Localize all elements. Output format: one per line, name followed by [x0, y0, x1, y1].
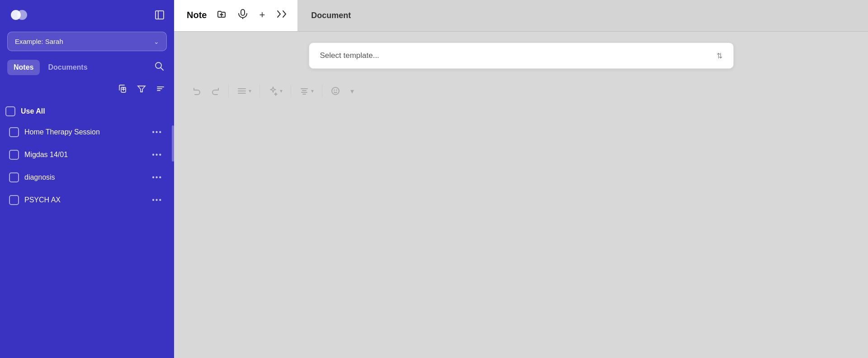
more-tools-chevron-icon: ▾	[350, 87, 354, 95]
undo-button[interactable]	[189, 84, 205, 98]
tab-notes[interactable]: Notes	[7, 60, 40, 75]
document-tab-label: Document	[311, 11, 351, 20]
note-checkbox-1[interactable]	[9, 127, 19, 137]
note-more-button-4[interactable]: •••	[149, 195, 165, 205]
svg-point-1	[17, 10, 27, 20]
search-button[interactable]	[151, 58, 167, 76]
notes-toolbar	[0, 80, 174, 102]
note-checkbox-4[interactable]	[9, 195, 19, 205]
tab-document[interactable]: Document	[297, 0, 364, 31]
list-chevron-icon: ▾	[249, 88, 251, 94]
svg-rect-2	[156, 11, 164, 19]
scrollbar	[172, 121, 174, 358]
use-all-checkbox[interactable]	[5, 106, 15, 116]
folder-upload-button[interactable]	[215, 7, 228, 23]
add-button[interactable]: +	[257, 7, 267, 23]
main-content: Note +	[174, 0, 868, 358]
editor-area: Select template... ⇅	[174, 32, 868, 358]
use-all-label: Use All	[21, 107, 45, 115]
emoji-button[interactable]	[327, 83, 344, 99]
tabs-row: Notes Documents	[0, 58, 174, 76]
note-label-2: Migdas 14/01	[24, 151, 144, 159]
list-item[interactable]: diagnosis •••	[4, 166, 170, 189]
note-tab-label: Note	[187, 10, 207, 20]
note-checkbox-2[interactable]	[9, 150, 19, 160]
template-selector-arrow-icon: ⇅	[717, 52, 722, 60]
svg-point-22	[332, 87, 339, 95]
client-selector-arrow-icon: ⌄	[154, 38, 159, 45]
sidebar: Example: Sarah ⌄ Notes Documents	[0, 0, 174, 358]
template-selector[interactable]: Select template... ⇅	[309, 43, 734, 69]
note-label-1: Home Therapy Session	[24, 128, 144, 136]
redo-button[interactable]	[208, 84, 224, 98]
svg-line-5	[161, 68, 164, 71]
ai-button[interactable]: ▾	[264, 83, 286, 99]
text-style-chevron-icon: ▾	[311, 88, 314, 94]
client-selector[interactable]: Example: Sarah ⌄	[7, 32, 167, 51]
list-item[interactable]: PSYCH AX •••	[4, 189, 170, 211]
sort-icon-button[interactable]	[154, 82, 167, 97]
list-item[interactable]: Migdas 14/01 •••	[4, 143, 170, 166]
toolbar-divider-4	[322, 85, 322, 97]
copy-icon-button[interactable]	[116, 82, 129, 97]
logo-icon	[9, 5, 29, 27]
note-more-button-2[interactable]: •••	[149, 150, 165, 160]
note-label-3: diagnosis	[24, 173, 144, 181]
svg-point-24	[336, 90, 337, 91]
note-label-4: PSYCH AX	[24, 196, 144, 204]
template-selector-text: Select template...	[320, 51, 379, 60]
collapse-panel-button[interactable]	[275, 7, 288, 23]
toolbar-divider-1	[228, 85, 229, 97]
svg-point-23	[334, 90, 335, 91]
note-more-button-1[interactable]: •••	[149, 127, 165, 137]
more-tools-button[interactable]: ▾	[347, 84, 358, 98]
ai-chevron-icon: ▾	[280, 88, 283, 94]
client-selector-label: Example: Sarah	[15, 38, 63, 45]
use-all-row: Use All	[0, 102, 174, 121]
text-style-button[interactable]: ▾	[296, 83, 317, 99]
top-tabbar: Note +	[174, 0, 868, 32]
tab-note: Note +	[174, 0, 297, 31]
list-item[interactable]: Home Therapy Session •••	[4, 121, 170, 143]
toolbar-divider-3	[291, 85, 291, 97]
filter-icon-button[interactable]	[135, 82, 148, 97]
notes-list: Home Therapy Session ••• Migdas 14/01 ••…	[0, 121, 174, 358]
tab-documents[interactable]: Documents	[42, 60, 94, 75]
svg-rect-13	[241, 10, 245, 15]
microphone-button[interactable]	[236, 7, 249, 23]
note-more-button-3[interactable]: •••	[149, 172, 165, 182]
editor-toolbar: ▾ ▾ ▾	[189, 80, 854, 102]
toolbar-divider-2	[259, 85, 260, 97]
svg-marker-9	[138, 86, 145, 92]
note-checkbox-3[interactable]	[9, 172, 19, 182]
list-button[interactable]: ▾	[233, 83, 255, 99]
sidebar-toggle-button[interactable]	[154, 10, 165, 23]
sidebar-header	[0, 0, 174, 32]
